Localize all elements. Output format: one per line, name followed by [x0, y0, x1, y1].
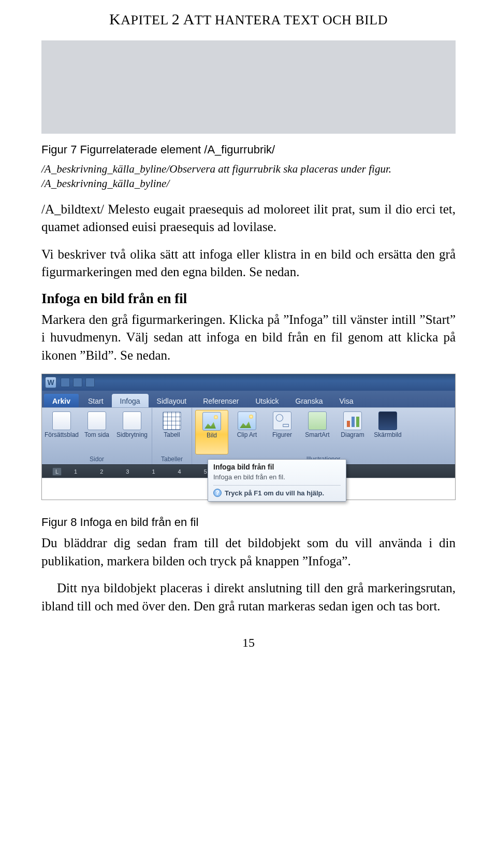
- btn-tom-sida[interactable]: Tom sida: [80, 410, 113, 454]
- page-number: 15: [41, 636, 456, 650]
- paragraph-bildtext: /A_bildtext/ Melesto eugait praesequis a…: [41, 201, 456, 236]
- tab-arkiv[interactable]: Arkiv: [44, 394, 79, 407]
- qat-redo-icon[interactable]: [85, 378, 95, 387]
- btn-smartart[interactable]: SmartArt: [301, 410, 334, 454]
- tooltip-help-text: Tryck på F1 om du vill ha hjälp.: [225, 489, 324, 497]
- picture-icon: [202, 412, 221, 431]
- tooltip-help-row: ? Tryck på F1 om du vill ha hjälp.: [213, 485, 341, 497]
- figure-7-caption: Figur 7 Figurrelaterade element /A_figur…: [41, 143, 456, 156]
- help-icon: ?: [213, 489, 222, 497]
- tab-referenser[interactable]: Referenser: [195, 394, 247, 407]
- qat-save-icon[interactable]: [61, 378, 70, 387]
- qat-undo-icon[interactable]: [73, 378, 82, 387]
- group-label-sidor: Sidor: [45, 454, 149, 463]
- btn-skarmbild[interactable]: Skärmbild: [371, 410, 404, 454]
- paragraph-placering: Ditt nya bildobjekt placeras i direkt an…: [41, 579, 456, 615]
- figure-placeholder: [41, 40, 456, 134]
- group-sidor: Försättsblad Tom sida Sidbrytning Sidor: [42, 408, 152, 464]
- tab-sidlayout[interactable]: Sidlayout: [149, 394, 195, 407]
- tab-visa[interactable]: Visa: [331, 394, 361, 407]
- page-header: KAPITEL 2 ATT HANTERA TEXT OCH BILD: [41, 10, 456, 28]
- word-app-icon[interactable]: W: [45, 377, 56, 388]
- table-icon: [163, 411, 181, 430]
- tab-stop-button[interactable]: L: [52, 467, 62, 476]
- cover-page-icon: [52, 411, 71, 430]
- tooltip-title: Infoga bild från fil: [213, 463, 341, 471]
- btn-bild[interactable]: Bild: [195, 410, 228, 454]
- clipart-icon: [238, 411, 256, 430]
- tooltip-infoga-bild: Infoga bild från fil Infoga en bild från…: [208, 459, 346, 502]
- btn-figurer[interactable]: Figurer: [266, 410, 299, 454]
- tooltip-body: Infoga en bild från en fil.: [213, 473, 341, 481]
- ribbon-body: Försättsblad Tom sida Sidbrytning Sidor …: [42, 407, 455, 464]
- group-tabeller: Tabell Tabeller: [152, 408, 192, 464]
- figure-7-byline: /A_beskrivning_källa_byline/Observera at…: [41, 162, 456, 191]
- btn-sidbrytning[interactable]: Sidbrytning: [115, 410, 149, 454]
- page-break-icon: [123, 411, 141, 430]
- btn-clipart[interactable]: Clip Art: [230, 410, 264, 454]
- title-bar: W: [42, 374, 455, 391]
- tab-start[interactable]: Start: [80, 394, 112, 407]
- tab-infoga[interactable]: Infoga: [112, 394, 149, 407]
- tab-granska[interactable]: Granska: [287, 394, 331, 407]
- btn-diagram[interactable]: Diagram: [336, 410, 369, 454]
- group-illustrationer: Bild Clip Art Figurer SmartArt Diagram S…: [192, 408, 455, 464]
- smartart-icon: [308, 411, 327, 430]
- figure-8-caption: Figur 8 Infoga en bild från en fil: [41, 516, 456, 529]
- chart-icon: [343, 411, 362, 430]
- ribbon-tabs: Arkiv Start Infoga Sidlayout Referenser …: [42, 391, 455, 407]
- paragraph-bladdra: Du bläddrar dig sedan fram till det bild…: [41, 534, 456, 570]
- btn-tabell[interactable]: Tabell: [155, 410, 188, 454]
- word-ribbon-screenshot: W Arkiv Start Infoga Sidlayout Referense…: [41, 374, 456, 500]
- tab-utskick[interactable]: Utskick: [247, 394, 287, 407]
- paragraph-intro: Vi beskriver två olika sätt att infoga e…: [41, 246, 456, 281]
- shapes-icon: [273, 411, 291, 430]
- screenshot-icon: [378, 411, 397, 430]
- blank-page-icon: [87, 411, 106, 430]
- paragraph-instruktion: Markera den grå figurmarkeringen. Klicka…: [41, 311, 456, 365]
- heading-infoga: Infoga en bild från en fil: [41, 291, 456, 307]
- group-label-tabeller: Tabeller: [155, 454, 188, 463]
- btn-forsattsblad[interactable]: Försättsblad: [45, 410, 78, 454]
